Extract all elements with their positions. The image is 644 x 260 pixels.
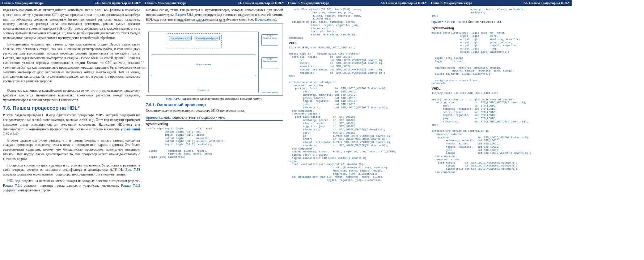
section-heading: 7.6. Пишем процессор на HDL* <box>3 105 140 111</box>
body-text: надеялись получить из-за пятистадийного … <box>3 8 140 40</box>
header-left: Глава 7. Микроархитектура <box>431 1 472 5</box>
page-4: Глава 7. Микроархитектура7.6. Пишем проц… <box>429 0 572 260</box>
figure-diagram: Funct Контроллер Opcode CLK Сброс Дешиф-… <box>146 23 283 96</box>
controller-box: Дешиф-ратор АЛУ Главный дешифратор <box>167 33 222 48</box>
page-1: Глава 7. Микроархитектура7.6. Пишем проц… <box>0 0 143 260</box>
body-text: Внимательный читатель мог заметить, что … <box>3 42 140 84</box>
page-header: Глава 7. Микроархитектура7.6. Пишем проц… <box>143 0 286 6</box>
datapath-box: Поток данных <box>151 55 256 76</box>
body-text: Основные компоненты конвейерного процесс… <box>3 88 140 102</box>
header-right: 7.6. Пишем процессор на HDL* <box>94 1 141 5</box>
header-left: Глава 7. Микроархитектура <box>288 1 329 5</box>
page-header: Глава 7. Микроархитектура7.6. Пишем проц… <box>0 0 143 6</box>
label: Контроллер <box>197 20 209 22</box>
code-block: module mips(input logic clk, reset, outp… <box>146 127 283 159</box>
code-block: module controller(input logic [5:0] op, … <box>432 31 569 85</box>
header-left: Глава 7. Микроархитектура <box>145 1 186 5</box>
page-3: Глава 7. Микроархитектура7.6. Пишем проц… <box>286 0 429 260</box>
header-right: 7.6. Пишем процессор на HDL* <box>380 1 427 5</box>
example-heading: Пример 7.2 HDL. УСТРОЙСТВО УПРАВЛЕНИЯ <box>432 19 569 25</box>
data-memory-box: A RDПамять данных <box>261 57 278 69</box>
body-text: HDL-код поделен на несколько частей, каж… <box>3 179 140 192</box>
body-text: Процессор состоит из тракта данных и уст… <box>3 163 140 177</box>
example-heading: Пример 7.1 HDL. ОДНОТАКТНЫЙ ПРОЦЕССОР MI… <box>146 115 283 121</box>
code-block: library IEEE; use IEEE.STD_LOGIC_1164.al… <box>432 92 569 174</box>
body-text: тельные блоки, такие как регистры и муль… <box>146 8 283 22</box>
page-header: Глава 7. Микроархитектура7.6. Пишем проц… <box>286 0 429 6</box>
processor-label: Процессор <box>198 88 209 91</box>
header-right: 7.6. Пишем процессор на HDL* <box>523 1 569 5</box>
divider <box>3 86 140 86</box>
body-text: Основные модули однотактного процессора … <box>146 108 283 113</box>
header-left: Глава 7. Микроархитектура <box>2 1 43 5</box>
code-block: library IEEE; use IEEE.STD_LOGIC_1164.al… <box>289 46 426 182</box>
lang-heading: SystemVerilog <box>146 122 283 126</box>
figure-caption: Рис. 7.59. Подключение однотактового про… <box>146 97 283 100</box>
subsection-heading: 7.6.1. Однотактный процессор <box>146 103 283 107</box>
alu-decoder-box: Дешиф-ратор АЛУ <box>169 36 192 40</box>
page-2: Глава 7. Микроархитектура7.6. Пишем проц… <box>143 0 286 260</box>
page-header: Глава 7. Микроархитектура7.6. Пишем проц… <box>429 0 572 6</box>
code-block: controller c(instr[31:26], instr[5:0], z… <box>289 8 426 40</box>
lang-heading: VHDL <box>432 87 569 90</box>
body-text: В этом разделе мы будем считать, что и п… <box>3 138 140 161</box>
header-right: 7.6. Пишем процессор на HDL* <box>237 1 284 5</box>
lang-heading: VHDL <box>289 41 426 45</box>
code-block: zero, pc, instr, aluout, writedata, read… <box>432 8 569 17</box>
instr-memory-box: A RDПамять команд <box>261 34 278 46</box>
main-decoder-box: Главный дешифратор <box>195 36 220 40</box>
body-text: В этом разделе приведен HDL-код однотакт… <box>3 113 140 136</box>
lang-heading: SystemVerilog <box>432 26 569 30</box>
